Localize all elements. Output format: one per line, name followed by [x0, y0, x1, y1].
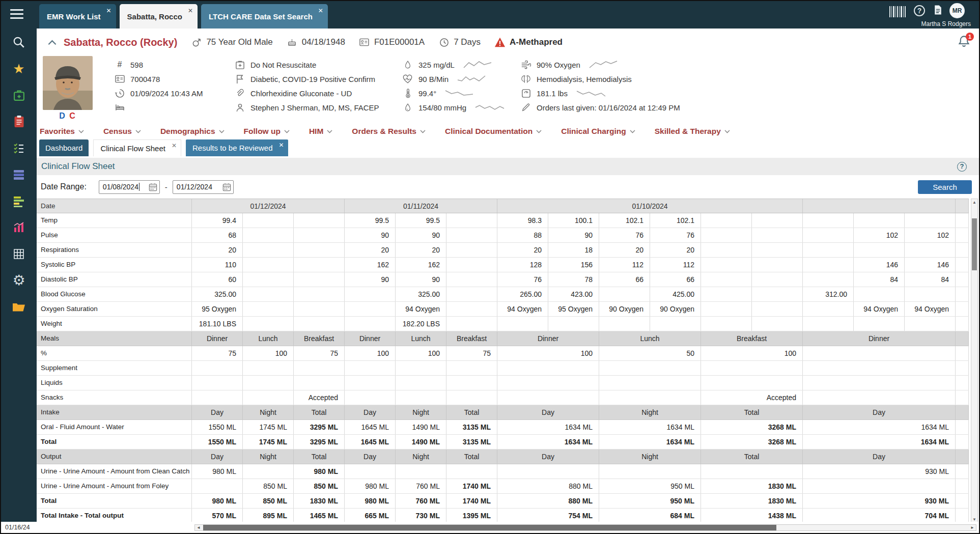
collapse-chevron-icon[interactable] — [48, 40, 57, 45]
close-icon[interactable]: ✕ — [188, 8, 193, 14]
flow-cell: 182.20 LBS — [396, 317, 446, 331]
flow-cell: 312.00 — [803, 287, 854, 301]
flow-cell — [243, 376, 294, 390]
settings-gear-icon[interactable]: ⚙ — [12, 274, 26, 287]
menu-favorites[interactable]: Favorites — [40, 127, 84, 136]
avatar[interactable]: MR — [949, 3, 965, 18]
vitals-column-right: 90% Oxygen Hemodialysis, Hemodialysis 18… — [520, 59, 680, 116]
flow-cell: Day — [345, 405, 396, 419]
help-icon[interactable]: ? — [914, 5, 925, 16]
close-icon[interactable]: ✕ — [106, 8, 111, 14]
clipboard-icon[interactable] — [12, 115, 26, 128]
window-tab-patient[interactable]: Sabatta, Rocco ✕ — [120, 4, 198, 29]
temperature-value: 99.4° — [418, 89, 436, 98]
search-icon[interactable] — [12, 36, 26, 49]
flow-cell: 84 — [854, 272, 905, 287]
date-to-input[interactable]: 01/12/2024 — [173, 180, 234, 194]
flow-cell: 1634 ML — [803, 435, 956, 449]
flow-cell: 1395 ML — [446, 509, 497, 523]
checklist-icon[interactable] — [12, 142, 26, 155]
flow-cell — [701, 258, 752, 272]
flow-cell — [192, 361, 243, 375]
date-from-input[interactable]: 01/08/2024 — [99, 180, 160, 194]
notifications-bell-icon[interactable]: 1 — [957, 35, 971, 48]
flow-cell — [396, 361, 446, 375]
flow-sheet-row: IntakeDayNightTotalDayNightTotalDayNight… — [37, 405, 969, 420]
menu-census[interactable]: Census — [103, 127, 141, 136]
bed-icon — [114, 103, 125, 111]
flow-cell: Day — [192, 449, 243, 464]
grid-table-icon[interactable] — [12, 247, 26, 261]
flow-cell: 99.4 — [192, 213, 243, 228]
menu-skilled-therapy[interactable]: Skilled & Therapy — [655, 127, 730, 136]
flow-cell: 3295 ML — [294, 420, 345, 434]
tab-clinical-flow-sheet[interactable]: Clinical Flow Sheet ✕ — [93, 139, 181, 156]
menu-follow-up[interactable]: Follow up — [244, 127, 290, 136]
horizontal-scrollbar[interactable]: ◄ ► — [194, 524, 976, 531]
patient-id: 7000478 — [130, 75, 160, 83]
analytics-chart-icon[interactable] — [12, 221, 26, 234]
flow-cell: 1550 ML — [192, 420, 243, 434]
window-tab-emr-work-list[interactable]: EMR Work List ✕ — [39, 4, 116, 29]
flow-cell: Total — [294, 449, 345, 464]
flow-cell: 94 Oxygen — [854, 302, 905, 316]
menu-demographics[interactable]: Demographics — [160, 127, 225, 136]
flow-cell: 78 — [548, 272, 599, 287]
flow-cell: 181.10 LBS — [192, 317, 243, 331]
flow-cell — [243, 317, 294, 331]
worklist-bars-icon[interactable] — [12, 194, 26, 208]
supplies-case-icon[interactable] — [12, 89, 26, 102]
horizontal-scroll-thumb[interactable] — [203, 525, 776, 530]
scroll-right-arrow[interactable]: ► — [969, 525, 976, 530]
flow-cell — [701, 361, 803, 375]
tab-dashboard[interactable]: Dashboard — [39, 139, 89, 156]
flow-sheet-row: Total1550 ML1745 ML3295 ML1645 ML1490 ML… — [37, 435, 969, 449]
menu-clinical-documentation[interactable]: Clinical Documentation — [445, 127, 542, 136]
close-icon[interactable]: ✕ — [172, 143, 177, 149]
patient-record-id: F01E00001A — [374, 37, 425, 47]
barcode-icon[interactable] — [889, 6, 907, 17]
flow-cell: 75 — [294, 346, 345, 360]
menu-clinical-charging[interactable]: Clinical Charging — [561, 127, 635, 136]
chevron-down-icon — [78, 130, 84, 133]
vertical-scroll-thumb[interactable] — [972, 218, 977, 270]
scroll-left-arrow[interactable]: ◄ — [195, 525, 202, 530]
flow-cell: 1740 ML — [446, 494, 497, 508]
calendar-icon[interactable] — [222, 183, 231, 191]
favorites-star-icon[interactable]: ★ — [12, 62, 26, 75]
flow-cell: 68 — [192, 228, 243, 242]
flow-cell: 20 — [599, 243, 650, 257]
close-icon[interactable]: ✕ — [278, 142, 284, 148]
window-tab-ltch-search[interactable]: LTCH CARE Data Set Search ✕ — [201, 4, 328, 29]
flow-cell: 950 ML — [599, 494, 701, 508]
flow-cell — [446, 213, 497, 228]
scroll-up-arrow[interactable]: ▲ — [971, 199, 977, 206]
blood-pressure-value: 154/80 mmHg — [418, 103, 466, 112]
documents-folder-icon[interactable] — [12, 300, 26, 314]
flow-cell: 1634 ML — [599, 420, 701, 434]
conditions: Diabetic, COVID-19 Positive Confirm — [250, 75, 375, 83]
vertical-scrollbar[interactable]: ▲ ▼ — [971, 199, 978, 523]
tab-results-to-be-reviewed[interactable]: Results to be Reviewed ✕ — [186, 139, 288, 156]
flow-cell: 102 — [905, 228, 956, 242]
flow-cell: 100 — [396, 346, 446, 360]
page-help-icon[interactable]: ? — [957, 162, 967, 172]
hamburger-menu-icon[interactable] — [10, 9, 23, 21]
tab-label: LTCH CARE Data Set Search — [209, 12, 313, 21]
flow-cell — [701, 464, 803, 479]
search-button[interactable]: Search — [918, 180, 972, 194]
chevron-down-icon — [327, 130, 332, 133]
census-rows-icon[interactable] — [12, 168, 26, 181]
date-column-label: Date — [37, 199, 192, 213]
flow-cell — [446, 464, 497, 479]
flow-cell — [701, 317, 752, 331]
document-icon[interactable] — [934, 5, 942, 15]
close-icon[interactable]: ✕ — [318, 8, 323, 14]
menu-him[interactable]: HIM — [309, 127, 332, 136]
flow-cell: 94 Oxygen — [396, 302, 446, 316]
identifier-column: #598 7000478 01/09/2024 10:43 AM — [114, 59, 203, 116]
calendar-icon[interactable] — [149, 183, 157, 191]
menu-orders-results[interactable]: Orders & Results — [352, 127, 426, 136]
weight-value: 181.1 lbs — [537, 89, 568, 98]
flow-cell: 1745 ML — [243, 435, 294, 449]
